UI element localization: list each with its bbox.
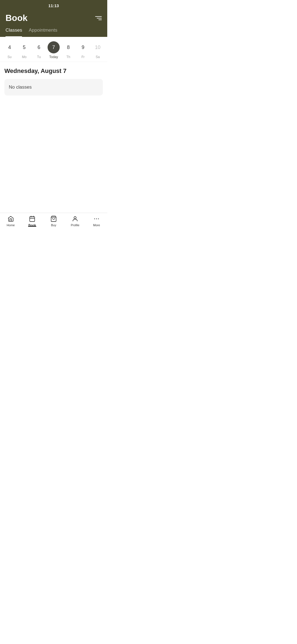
nav-book[interactable]: Book xyxy=(24,215,40,227)
buy-icon xyxy=(50,215,57,222)
nav-home-label: Home xyxy=(7,223,15,227)
no-classes-card: No classes xyxy=(4,79,103,95)
day-item-sa[interactable]: 10 Sa xyxy=(92,41,104,59)
day-item-th[interactable]: 8 Th xyxy=(62,41,74,59)
filter-line-1 xyxy=(95,16,102,17)
day-label-today: Today xyxy=(49,55,58,59)
day-number-10: 10 xyxy=(92,41,104,53)
status-time: 11:13 xyxy=(48,3,59,8)
day-number-8: 8 xyxy=(62,41,74,53)
day-item-tu[interactable]: 6 Tu xyxy=(33,41,45,59)
nav-more-label: More xyxy=(93,223,100,227)
day-label-su: Su xyxy=(7,55,12,59)
tab-classes[interactable]: Classes xyxy=(6,28,22,37)
main-content: Wednesday, August 7 No classes xyxy=(0,62,107,101)
day-label-sa: Sa xyxy=(96,55,100,59)
svg-point-6 xyxy=(94,219,95,219)
svg-rect-0 xyxy=(30,217,35,222)
filter-line-2 xyxy=(97,18,102,18)
more-icon xyxy=(93,215,100,222)
day-label-fr: Fr xyxy=(81,55,84,59)
nav-profile-label: Profile xyxy=(71,223,79,227)
day-number-6: 6 xyxy=(33,41,45,53)
nav-home[interactable]: Home xyxy=(2,215,19,227)
day-item-today[interactable]: 7 Today xyxy=(48,41,60,59)
book-icon xyxy=(29,215,36,222)
svg-point-8 xyxy=(98,219,99,219)
nav-buy-label: Buy xyxy=(51,223,56,227)
day-label-th: Th xyxy=(66,55,70,59)
svg-point-5 xyxy=(74,217,76,219)
day-item-mo[interactable]: 5 Mo xyxy=(18,41,30,59)
header: Book xyxy=(0,10,107,28)
profile-icon xyxy=(72,215,79,222)
status-bar: 11:13 xyxy=(0,0,107,10)
day-number-5: 5 xyxy=(18,41,30,53)
home-icon xyxy=(7,215,14,222)
tab-appointments[interactable]: Appointments xyxy=(29,28,57,37)
day-number-9: 9 xyxy=(77,41,89,53)
tab-bar: Classes Appointments xyxy=(0,28,107,37)
no-classes-text: No classes xyxy=(9,84,32,90)
active-indicator xyxy=(28,226,36,227)
nav-buy[interactable]: Buy xyxy=(45,215,62,227)
nav-more[interactable]: More xyxy=(88,215,105,227)
day-number-7: 7 xyxy=(48,41,60,53)
filter-line-3 xyxy=(98,20,102,20)
svg-point-7 xyxy=(96,219,97,219)
page-title: Book xyxy=(6,13,28,23)
calendar-strip: 4 Su 5 Mo 6 Tu 7 Today 8 Th 9 Fr 10 xyxy=(0,37,107,62)
day-label-mo: Mo xyxy=(22,55,27,59)
day-label-tu: Tu xyxy=(37,55,41,59)
day-item-su[interactable]: 4 Su xyxy=(4,41,16,59)
day-item-fr[interactable]: 9 Fr xyxy=(77,41,89,59)
bottom-nav: Home Book Buy xyxy=(0,213,107,232)
day-number-4: 4 xyxy=(4,41,16,53)
nav-profile[interactable]: Profile xyxy=(67,215,83,227)
selected-date-heading: Wednesday, August 7 xyxy=(4,67,103,75)
filter-icon[interactable] xyxy=(95,16,102,20)
